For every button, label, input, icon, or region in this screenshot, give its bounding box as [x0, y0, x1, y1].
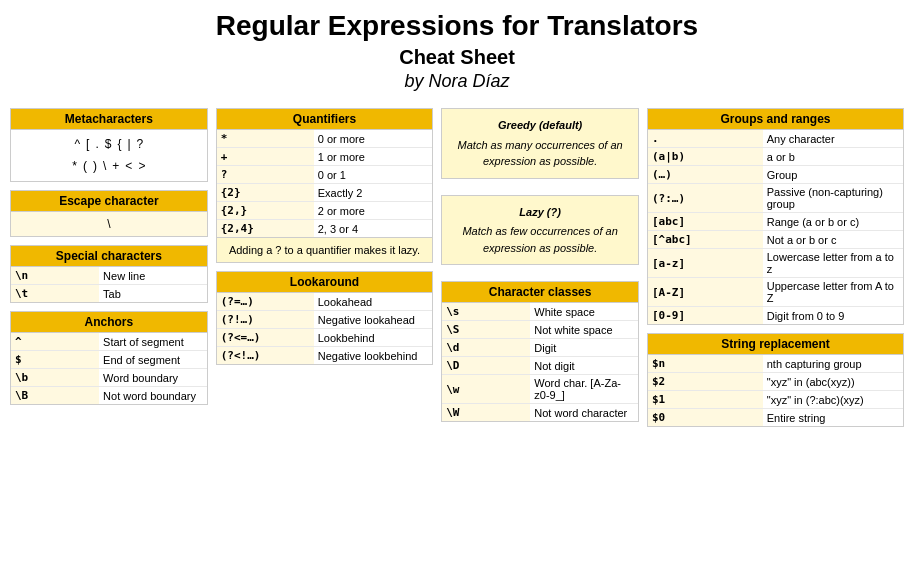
row-val: End of segment — [99, 351, 207, 369]
table-row: [a-z]Lowercase letter from a to z — [648, 249, 903, 278]
metachar-open-paren: ( — [83, 156, 87, 178]
table-row: $nnth capturing group — [648, 355, 903, 373]
row-val: Not a or b or c — [763, 231, 903, 249]
metachar-plus: + — [112, 156, 119, 178]
metachar-backslash: \ — [103, 156, 106, 178]
row-key: \W — [442, 404, 530, 422]
special-characters-header: Special characters — [11, 246, 207, 267]
row-key: ^ — [11, 333, 99, 351]
quantifiers-header: Quantifiers — [217, 109, 433, 130]
table-row: {2,}2 or more — [217, 202, 433, 220]
table-row: $End of segment — [11, 351, 207, 369]
row-val: Not word character — [530, 404, 638, 422]
table-row: (?!…)Negative lookahead — [217, 311, 433, 329]
row-key: (?!…) — [217, 311, 314, 329]
table-row: \tTab — [11, 285, 207, 303]
row-key: \d — [442, 339, 530, 357]
metachar-caret: ^ — [74, 134, 80, 156]
row-val: 2, 3 or 4 — [314, 220, 433, 238]
row-key: . — [648, 130, 763, 148]
left-column: Metacharacters ^ [ . $ { | ? * ( ) \ + — [10, 108, 208, 405]
row-val: 2 or more — [314, 202, 433, 220]
metacharacters-header: Metacharacters — [11, 109, 207, 130]
main-content: Metacharacters ^ [ . $ { | ? * ( ) \ + — [10, 108, 904, 427]
groups-ranges-card: Groups and ranges .Any character(a|b)a o… — [647, 108, 904, 325]
row-val: Uppercase letter from A to Z — [763, 278, 903, 307]
row-val: Negative lookahead — [314, 311, 433, 329]
quantifiers-body: *0 or more+1 or more?0 or 1{2}Exactly 2{… — [217, 130, 433, 262]
string-replacement-card: String replacement $nnth capturing group… — [647, 333, 904, 427]
row-val: White space — [530, 303, 638, 321]
metachar-close-paren: ) — [93, 156, 97, 178]
page-header: Regular Expressions for Translators Chea… — [10, 10, 904, 92]
row-val: "xyz" in (abc(xyz)) — [763, 373, 903, 391]
lazy-title: Lazy (?) — [450, 204, 630, 221]
row-val: Not digit — [530, 357, 638, 375]
anchors-card: Anchors ^Start of segment$End of segment… — [10, 311, 208, 405]
escape-card: Escape character \ — [10, 190, 208, 237]
string-replacement-header: String replacement — [648, 334, 903, 355]
row-key: (?<=…) — [217, 329, 314, 347]
row-val: Word boundary — [99, 369, 207, 387]
row-key: \t — [11, 285, 99, 303]
metacharacters-card: Metacharacters ^ [ . $ { | ? * ( ) \ + — [10, 108, 208, 182]
row-val: 0 or 1 — [314, 166, 433, 184]
row-key: ? — [217, 166, 314, 184]
escape-value: \ — [11, 212, 207, 236]
row-key: + — [217, 148, 314, 166]
table-row: ^Start of segment — [11, 333, 207, 351]
table-row: +1 or more — [217, 148, 433, 166]
row-val: Negative lookbehind — [314, 347, 433, 365]
row-val: Passive (non-capturing) group — [763, 184, 903, 213]
table-row: \bWord boundary — [11, 369, 207, 387]
lookaround-body: (?=…)Lookahead(?!…)Negative lookahead(?<… — [217, 293, 433, 364]
row-key: \s — [442, 303, 530, 321]
escape-header: Escape character — [11, 191, 207, 212]
row-key: $2 — [648, 373, 763, 391]
table-row: (?=…)Lookahead — [217, 293, 433, 311]
row-val: Any character — [763, 130, 903, 148]
table-row: [0-9]Digit from 0 to 9 — [648, 307, 903, 325]
lookaround-table: (?=…)Lookahead(?!…)Negative lookahead(?<… — [217, 293, 433, 364]
row-val: Lowercase letter from a to z — [763, 249, 903, 278]
lookaround-header: Lookaround — [217, 272, 433, 293]
groups-ranges-header: Groups and ranges — [648, 109, 903, 130]
row-val: 0 or more — [314, 130, 433, 148]
table-row: \WNot word character — [442, 404, 638, 422]
row-key: (?:…) — [648, 184, 763, 213]
character-classes-card: Character classes \sWhite space\SNot whi… — [441, 281, 639, 422]
table-row: \SNot white space — [442, 321, 638, 339]
row-key: (?<!…) — [217, 347, 314, 365]
row-val: a or b — [763, 148, 903, 166]
metacharacters-body: ^ [ . $ { | ? * ( ) \ + < > — [11, 130, 207, 181]
right-column: Groups and ranges .Any character(a|b)a o… — [647, 108, 904, 427]
special-characters-body: \nNew line\tTab — [11, 267, 207, 302]
table-row: $0Entire string — [648, 409, 903, 427]
groups-ranges-table: .Any character(a|b)a or b(…)Group(?:…)Pa… — [648, 130, 903, 324]
anchors-header: Anchors — [11, 312, 207, 333]
groups-ranges-body: .Any character(a|b)a or b(…)Group(?:…)Pa… — [648, 130, 903, 324]
metachar-dot: . — [95, 134, 98, 156]
row-key: [a-z] — [648, 249, 763, 278]
row-val: Start of segment — [99, 333, 207, 351]
greedy-desc: Match as many occurrences of an expressi… — [450, 137, 630, 170]
row-key: (?=…) — [217, 293, 314, 311]
lookaround-card: Lookaround (?=…)Lookahead(?!…)Negative l… — [216, 271, 434, 365]
table-row: {2}Exactly 2 — [217, 184, 433, 202]
lazy-box: Lazy (?) Match as few occurrences of an … — [441, 195, 639, 266]
quantifiers-card: Quantifiers *0 or more+1 or more?0 or 1{… — [216, 108, 434, 263]
row-val: Digit from 0 to 9 — [763, 307, 903, 325]
row-val: Not word boundary — [99, 387, 207, 405]
page-author: by Nora Díaz — [10, 71, 904, 92]
table-row: \wWord char. [A-Za-z0-9_] — [442, 375, 638, 404]
quantifier-note: Adding a ? to a quantifier makes it lazy… — [217, 237, 433, 262]
row-val: Lookbehind — [314, 329, 433, 347]
metachar-gt: > — [138, 156, 145, 178]
row-key: $ — [11, 351, 99, 369]
row-key: * — [217, 130, 314, 148]
anchors-body: ^Start of segment$End of segment\bWord b… — [11, 333, 207, 404]
row-val: Tab — [99, 285, 207, 303]
row-key: {2,} — [217, 202, 314, 220]
row-val: Lookahead — [314, 293, 433, 311]
table-row: .Any character — [648, 130, 903, 148]
